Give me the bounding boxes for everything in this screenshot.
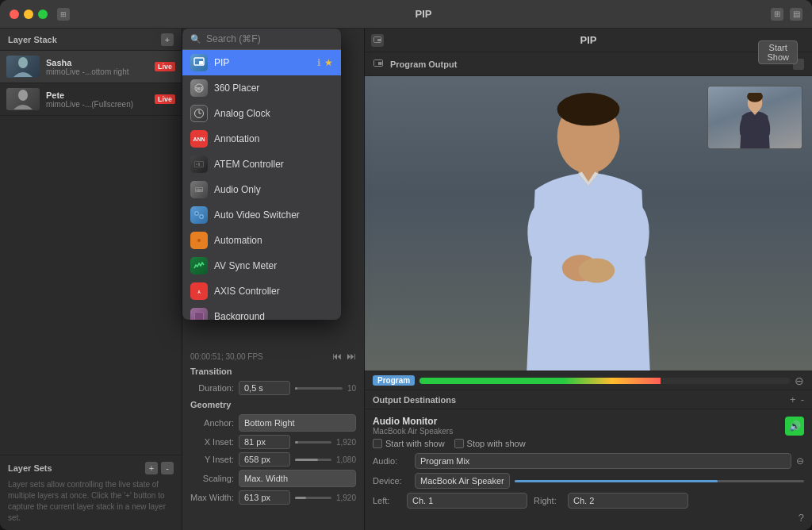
max-width-slider[interactable] [295, 497, 331, 499]
layer-sets-description: Layer sets allow controlling the live st… [8, 479, 174, 524]
y-inset-value[interactable]: 658 px [239, 452, 290, 467]
stop-with-show-box[interactable] [454, 439, 464, 448]
add-layer-set-button[interactable]: + [145, 462, 158, 474]
svg-point-24 [197, 239, 201, 242]
dropdown-automation-label: Automation [214, 235, 333, 246]
scaling-row: Scaling: Max. Width [190, 470, 356, 487]
dropdown-item-atem[interactable]: ATEM Controller [182, 152, 341, 177]
start-show-button[interactable]: Start Show [758, 40, 798, 64]
transport-controls: ⏮ ⏭ [332, 351, 356, 362]
program-video-area [365, 76, 812, 371]
pip-subject-silhouette [723, 93, 787, 148]
minimize-button[interactable] [24, 10, 33, 19]
dropdown-list: PIP ℹ ★ 360 360 Placer [182, 50, 341, 320]
dropdown-annotation-label: Annotation [214, 133, 333, 144]
dropdown-item-avsync[interactable]: AV Sync Meter [182, 253, 341, 278]
pip-title-icons [371, 34, 384, 47]
scaling-select[interactable]: Max. Width [239, 470, 356, 487]
dropdown-item-background[interactable]: Background [182, 304, 341, 320]
dropdown-item-clock[interactable]: Analog Clock [182, 101, 341, 126]
start-with-show-checkbox[interactable]: Start with show [373, 439, 445, 448]
clock-icon [190, 105, 208, 122]
dropdown-item-pip[interactable]: PIP ℹ ★ [182, 50, 341, 75]
dropdown-item-360[interactable]: 360 360 Placer [182, 75, 341, 101]
titlebar-layout-icon[interactable]: ▤ [790, 8, 802, 21]
help-button[interactable]: ? [799, 512, 804, 524]
remove-layer-set-button[interactable]: - [161, 462, 174, 474]
audio-level-meter [419, 378, 790, 384]
device-field-with-slider: MacBook Air Speakers [415, 473, 804, 489]
traffic-lights [10, 10, 48, 19]
output-dest-buttons: + - [790, 394, 804, 405]
dropdown-pip-label: PIP [214, 57, 311, 68]
dropdown-item-audio[interactable]: Audio Only [182, 177, 341, 202]
audio-select[interactable]: Program Mix [415, 453, 791, 469]
layer-sets-header: Layer Sets + - [8, 462, 174, 474]
audio-icon [190, 181, 208, 198]
layer-item-pete[interactable]: Pete mimoLive -...(Fullscreen) Live [0, 83, 182, 116]
start-with-show-box[interactable] [373, 439, 382, 448]
dropdown-item-autovideo[interactable]: Auto Video Switcher [182, 202, 341, 228]
layer-sasha-name: Sasha [46, 58, 148, 67]
output-destinations-header: Output Destinations + - [365, 390, 812, 409]
info-icon[interactable]: ℹ [317, 57, 321, 68]
dropdown-atem-label: ATEM Controller [214, 159, 333, 170]
transition-section: Transition Duration: 0,5 s 10 [190, 367, 356, 395]
x-inset-value[interactable]: 81 px [239, 435, 290, 449]
dropdown-item-axis[interactable]: A AXIS Controller [182, 278, 341, 304]
program-output-icon [373, 59, 384, 70]
prev-frame-icon[interactable]: ⏮ [332, 351, 342, 362]
svg-point-22 [201, 216, 203, 218]
automation-icon [190, 232, 208, 249]
app-window: ⊞ PIP ⊞ ▤ Layer Stack + [0, 0, 812, 530]
pip-actions: ℹ ★ [317, 57, 333, 68]
add-layer-button[interactable]: + [161, 33, 174, 46]
layer-stack-spacer [0, 116, 182, 455]
right-channel-select[interactable]: Ch. 2 [568, 493, 688, 509]
dropdown-item-automation[interactable]: Automation [182, 228, 341, 253]
audio-field-row: Audio: Program Mix ⊖ [373, 453, 804, 469]
audio-monitor-toggle[interactable]: 🔊 [785, 417, 804, 436]
max-width-max: 1,920 [336, 494, 356, 502]
stop-with-show-checkbox[interactable]: Stop with show [454, 439, 526, 448]
left-channel-select[interactable]: Ch. 1 [407, 493, 527, 509]
program-badge: Program [373, 375, 415, 386]
device-select[interactable]: MacBook Air Speakers [415, 473, 510, 489]
titlebar-grid-icon[interactable]: ⊞ [771, 8, 783, 21]
middle-settings-area: 00:00:51; 30,00 FPS ⏮ ⏭ Transition Durat… [182, 344, 364, 530]
right-channel-label: Right: [534, 496, 561, 505]
star-icon[interactable]: ★ [324, 57, 333, 68]
layer-sets-title: Layer Sets [8, 463, 52, 473]
max-width-value[interactable]: 613 px [239, 490, 290, 505]
layer-sets-section: Layer Sets + - Layer sets allow controll… [0, 455, 182, 530]
dropdown-item-annotation[interactable]: ANN Annotation [182, 126, 341, 152]
audio-meter-bar: Program ⊖ [365, 371, 812, 390]
atem-icon [190, 156, 208, 173]
x-inset-slider[interactable] [295, 441, 331, 444]
search-icon: 🔍 [190, 34, 201, 44]
layer-item-sasha[interactable]: Sasha mimoLive -...ottom right Live [0, 51, 182, 83]
y-inset-slider[interactable] [295, 459, 331, 461]
remove-destination-button[interactable]: - [801, 394, 804, 405]
device-field-label: Device: [373, 476, 408, 486]
add-destination-button[interactable]: + [790, 394, 796, 405]
device-field-row: Device: MacBook Air Speakers [373, 473, 804, 489]
program-output-title: Program Output [390, 60, 457, 69]
window-title: PIP [76, 8, 771, 20]
avsync-icon [190, 257, 208, 275]
next-frame-icon[interactable]: ⏭ [347, 351, 356, 362]
audio-select-minus-icon[interactable]: ⊖ [796, 455, 804, 467]
dropdown-search-input[interactable] [206, 33, 333, 44]
duration-max: 10 [347, 384, 356, 393]
device-volume-slider[interactable] [515, 480, 804, 482]
duration-value[interactable]: 0,5 s [239, 381, 290, 395]
pip-icon [190, 54, 208, 71]
layer-pete-subtitle: mimoLive -...(Fullscreen) [46, 100, 148, 109]
anchor-select[interactable]: Bottom Right [239, 414, 356, 432]
audio-meter-minus-icon[interactable]: ⊖ [795, 374, 804, 387]
layer-thumb-pete-preview [6, 88, 40, 110]
close-button[interactable] [10, 10, 19, 19]
y-inset-max: 1,080 [336, 455, 356, 464]
duration-slider[interactable] [295, 387, 343, 390]
maximize-button[interactable] [38, 10, 48, 19]
